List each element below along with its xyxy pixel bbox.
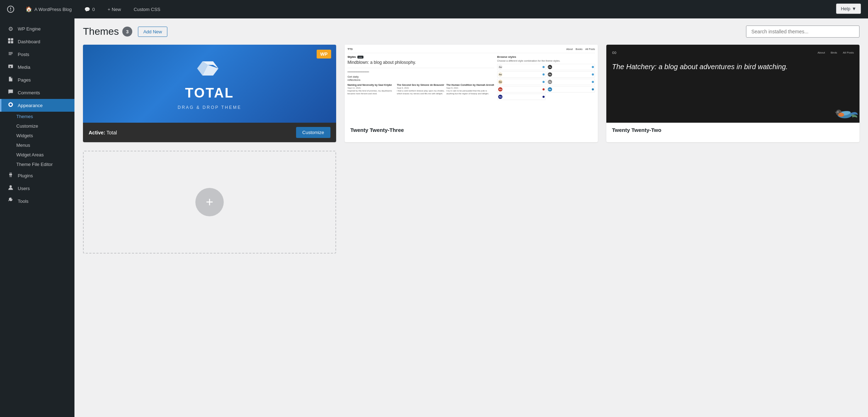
total-theme-tagline: DRAG & DROP THEME	[178, 105, 241, 110]
total-logo: TOTAL DRAG & DROP THEME	[178, 58, 241, 110]
main-layout: ⚙ WP Engine Dashboard Posts Media	[0, 18, 868, 417]
sidebar-item-wp-engine-label: WP Engine	[18, 26, 41, 32]
sidebar-item-posts-label: Posts	[18, 52, 29, 57]
sidebar-item-tools-label: Tools	[18, 199, 28, 204]
tt2-heading: The Hatchery: a blog about adventures in…	[612, 62, 854, 114]
customize-button[interactable]: Customize	[296, 127, 330, 138]
site-name-label: A WordPress Blog	[34, 7, 72, 12]
sidebar-item-comments-label: Comments	[18, 90, 40, 95]
tt2-title-bar: Twenty Twenty-Two	[606, 123, 859, 137]
sidebar-item-customize[interactable]: Customize	[0, 121, 74, 131]
total-theme-name: TOTAL	[185, 85, 234, 101]
theme-count-badge: 3	[122, 27, 132, 37]
sidebar-item-appearance-label: Appearance	[18, 103, 43, 108]
theme-card-total[interactable]: WP TOTAL DRAG & DROP THEME	[83, 45, 336, 142]
custom-css-label: Custom CSS	[134, 7, 160, 12]
sidebar-item-widgets[interactable]: Widgets	[0, 131, 74, 140]
sidebar-item-users[interactable]: Users	[0, 182, 74, 195]
tt3-screenshot: TT3 About Books All Posts Styles	[345, 45, 598, 123]
plugins-icon	[7, 172, 14, 179]
custom-css-button[interactable]: Custom CSS	[131, 5, 163, 13]
svg-point-14	[838, 113, 844, 117]
appearance-submenu: Themes Customize Widgets Menus Widget Ar…	[0, 112, 74, 169]
sidebar-item-dashboard[interactable]: Dashboard	[0, 35, 74, 48]
tt2-screenshot: ∞ About Birds All Posts The Hatchery: a …	[606, 45, 859, 123]
tt3-title-bar: Twenty Twenty-Three	[345, 123, 598, 137]
svg-point-16	[838, 112, 839, 113]
total-wp-badge: WP	[317, 50, 331, 59]
sidebar-item-themes[interactable]: Themes	[0, 112, 74, 121]
sidebar-item-comments[interactable]: Comments	[0, 86, 74, 99]
users-icon	[7, 185, 14, 192]
svg-point-6	[10, 104, 12, 106]
tt3-topbar: TT3 About Books All Posts	[347, 48, 595, 53]
new-content-button[interactable]: + New	[105, 5, 124, 13]
total-screenshot: WP TOTAL DRAG & DROP THEME	[83, 45, 336, 123]
search-input[interactable]	[746, 26, 859, 38]
sidebar-item-pages-label: Pages	[18, 77, 31, 83]
sidebar-item-plugins[interactable]: Plugins	[0, 169, 74, 182]
main-content: Themes 3 Add New WP	[74, 18, 868, 417]
svg-rect-3	[11, 41, 13, 43]
svg-rect-0	[8, 38, 10, 40]
sidebar-item-widget-areas[interactable]: Widget Areas	[0, 150, 74, 160]
plus-icon: +	[206, 196, 213, 208]
media-icon	[7, 63, 14, 71]
dashboard-icon	[7, 38, 14, 45]
help-button[interactable]: Help ▼	[836, 4, 861, 14]
sidebar-item-plugins-label: Plugins	[18, 173, 33, 178]
plus-icon: +	[108, 7, 111, 12]
sidebar: ⚙ WP Engine Dashboard Posts Media	[0, 18, 74, 417]
page-title-wrap: Themes 3	[83, 26, 132, 37]
sidebar-item-tools[interactable]: Tools	[0, 195, 74, 207]
add-theme-plus-button[interactable]: +	[195, 188, 224, 216]
site-name-button[interactable]: 🏠 A WordPress Blog	[23, 5, 74, 14]
posts-icon	[7, 51, 14, 58]
tools-icon	[7, 198, 14, 205]
sidebar-item-media[interactable]: Media	[0, 61, 74, 73]
new-label: New	[112, 7, 121, 12]
comments-sidebar-icon	[7, 89, 14, 96]
sidebar-item-appearance[interactable]: Appearance	[0, 99, 74, 112]
svg-point-7	[10, 185, 12, 188]
sidebar-item-users-label: Users	[18, 186, 30, 191]
theme-card-twenty-twenty-three[interactable]: TT3 About Books All Posts Styles	[345, 45, 598, 142]
help-label: Help	[841, 6, 850, 11]
page-title: Themes	[83, 26, 119, 37]
tt2-logo: ∞	[612, 49, 617, 56]
sidebar-item-theme-file-editor[interactable]: Theme File Editor	[0, 160, 74, 169]
wp-engine-icon: ⚙	[7, 26, 14, 32]
sidebar-item-media-label: Media	[18, 65, 30, 70]
tt3-heading: Mindblown: a blog about philosophy.	[347, 60, 494, 65]
theme-card-twenty-twenty-two[interactable]: ∞ About Birds All Posts The Hatchery: a …	[606, 45, 859, 142]
sidebar-item-pages[interactable]: Pages	[0, 73, 74, 86]
home-icon: 🏠	[26, 6, 32, 12]
sidebar-item-wp-engine[interactable]: ⚙ WP Engine	[0, 23, 74, 35]
total-actions-bar: Active: Total Customize	[83, 123, 336, 142]
pages-icon	[7, 76, 14, 83]
appearance-icon	[7, 102, 14, 109]
tt2-nav: ∞ About Birds All Posts	[612, 49, 854, 56]
add-new-button[interactable]: Add New	[138, 27, 167, 37]
content-header: Themes 3 Add New	[83, 26, 859, 38]
sidebar-item-menus[interactable]: Menus	[0, 140, 74, 150]
admin-bar: 🏠 A WordPress Blog 💬 0 + New Custom CSS	[0, 0, 868, 18]
wp-logo[interactable]	[6, 4, 16, 14]
sidebar-main-section: ⚙ WP Engine Dashboard Posts Media	[0, 21, 74, 209]
comments-button[interactable]: 💬 0	[82, 5, 98, 13]
help-dropdown-icon: ▼	[852, 6, 856, 11]
themes-grid: WP TOTAL DRAG & DROP THEME	[83, 45, 859, 254]
sidebar-item-posts[interactable]: Posts	[0, 48, 74, 61]
svg-rect-2	[8, 41, 10, 43]
add-theme-card[interactable]: +	[83, 151, 336, 254]
comments-count: 0	[92, 7, 95, 12]
comment-icon: 💬	[84, 7, 90, 12]
sidebar-item-dashboard-label: Dashboard	[18, 39, 40, 44]
total-active-label: Active: Total	[89, 130, 117, 135]
svg-rect-1	[11, 38, 13, 40]
